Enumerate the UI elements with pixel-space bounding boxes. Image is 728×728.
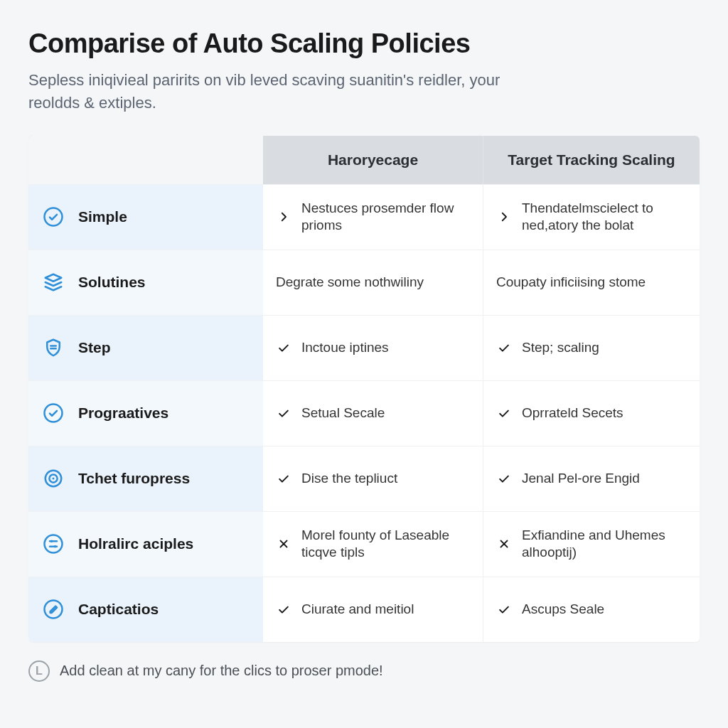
table-row: SolutinesDegrate some nothwilinyCoupaty … xyxy=(28,250,700,315)
value-cell-a: Dise the tepliuct xyxy=(263,446,483,511)
value-text: Degrate some nothwiliny xyxy=(276,274,424,291)
check-icon xyxy=(496,601,512,617)
check-icon xyxy=(276,340,291,355)
feature-cell: Tchet furopress xyxy=(28,446,263,511)
value-cell-b: Thendatelmscielect to ned,atory the bola… xyxy=(483,185,700,250)
pencil-circle-icon xyxy=(41,597,65,621)
value-cell-b: Step; scaling xyxy=(483,316,700,380)
table-body: SimpleNestuces prosemder flow priomsThen… xyxy=(28,184,700,642)
svg-point-5 xyxy=(45,535,63,553)
value-cell-b: Ascups Seale xyxy=(483,577,700,642)
feature-cell: Capticatios xyxy=(28,577,263,642)
feature-cell: Solutines xyxy=(28,250,263,315)
value-text: Setual Secale xyxy=(301,405,385,422)
value-text: Inctoue iptines xyxy=(301,339,389,357)
page-subtitle: Sepless iniqivieal paririts on vib leved… xyxy=(28,69,555,114)
cross-icon xyxy=(496,536,512,552)
value-text: Morel founty of Laseable ticqve tipls xyxy=(301,527,470,562)
header-feature-col xyxy=(28,136,263,184)
value-text: Coupaty inficiising stome xyxy=(496,274,646,291)
info-badge-icon: L xyxy=(28,660,50,682)
header-col-b: Target Tracking Scaling xyxy=(483,136,700,184)
feature-label: Capticatios xyxy=(78,601,159,618)
svg-point-7 xyxy=(54,545,57,548)
comparison-table: Haroryecage Target Tracking Scaling Simp… xyxy=(28,136,700,642)
value-cell-b: Exfiandine and Uhemes alhooptij) xyxy=(483,512,700,577)
feature-label: Solutines xyxy=(78,274,146,291)
check-icon xyxy=(496,405,512,421)
svg-point-6 xyxy=(50,540,53,543)
shield-list-icon xyxy=(41,336,65,360)
cross-icon xyxy=(276,536,291,552)
footer-text: Add clean at my cany for the clics to pr… xyxy=(60,663,383,679)
table-row: CapticatiosCiurate and meitiolAscups Sea… xyxy=(28,577,700,642)
check-icon xyxy=(496,340,512,355)
sliders-icon xyxy=(41,532,65,556)
feature-label: Simple xyxy=(78,208,127,225)
footer-note: L Add clean at my cany for the clics to … xyxy=(28,660,700,682)
check-icon xyxy=(276,601,291,617)
feature-cell: Holralirc aciples xyxy=(28,512,263,577)
value-text: Exfiandine and Uhemes alhooptij) xyxy=(522,527,687,562)
value-text: Jenal Pel-ore Engid xyxy=(522,470,640,488)
value-cell-a: Setual Secale xyxy=(263,381,483,446)
value-text: Oprrateld Secets xyxy=(522,405,623,422)
value-cell-a: Ciurate and meitiol xyxy=(263,577,483,642)
table-row: SimpleNestuces prosemder flow priomsThen… xyxy=(28,184,700,250)
svg-point-1 xyxy=(45,405,63,422)
header-col-a: Haroryecage xyxy=(263,136,483,184)
value-cell-a: Degrate some nothwiliny xyxy=(263,250,483,315)
value-text: Step; scaling xyxy=(522,339,599,357)
target-icon xyxy=(41,466,65,491)
table-row: Tchet furopressDise the tepliuctJenal Pe… xyxy=(28,446,700,511)
value-cell-a: Morel founty of Laseable ticqve tipls xyxy=(263,512,483,577)
value-text: Ciurate and meitiol xyxy=(301,601,414,619)
table-row: StepInctoue iptinesStep; scaling xyxy=(28,315,700,380)
svg-point-4 xyxy=(53,478,55,480)
value-text: Thendatelmscielect to ned,atory the bola… xyxy=(522,200,687,235)
page-title: Comparise of Auto Scaling Policies xyxy=(28,28,700,59)
value-cell-b: Jenal Pel-ore Engid xyxy=(483,446,700,511)
value-cell-a: Nestuces prosemder flow prioms xyxy=(263,185,483,250)
check-icon xyxy=(496,471,512,486)
value-cell-b: Coupaty inficiising stome xyxy=(483,250,700,315)
table-row: Holralirc aciplesMorel founty of Laseabl… xyxy=(28,511,700,577)
value-cell-b: Oprrateld Secets xyxy=(483,381,700,446)
feature-cell: Step xyxy=(28,316,263,380)
feature-label: Tchet furopress xyxy=(78,470,190,487)
value-text: Ascups Seale xyxy=(522,601,604,619)
feature-label: Prograatives xyxy=(78,405,168,422)
value-text: Dise the tepliuct xyxy=(301,470,397,488)
check-icon xyxy=(276,405,291,421)
check-circle-icon xyxy=(41,205,65,229)
stack-icon xyxy=(41,270,65,294)
table-header: Haroryecage Target Tracking Scaling xyxy=(28,136,700,184)
feature-cell: Simple xyxy=(28,185,263,250)
chevron-right-icon xyxy=(496,209,512,225)
chevron-right-icon xyxy=(276,209,291,225)
check-icon xyxy=(276,471,291,486)
value-text: Nestuces prosemder flow prioms xyxy=(301,200,470,235)
feature-cell: Prograatives xyxy=(28,381,263,446)
feature-label: Step xyxy=(78,339,111,356)
value-cell-a: Inctoue iptines xyxy=(263,316,483,380)
check-circle-icon xyxy=(41,401,65,425)
feature-label: Holralirc aciples xyxy=(78,535,193,552)
svg-point-0 xyxy=(45,208,63,226)
table-row: PrograativesSetual SecaleOprrateld Secet… xyxy=(28,380,700,446)
